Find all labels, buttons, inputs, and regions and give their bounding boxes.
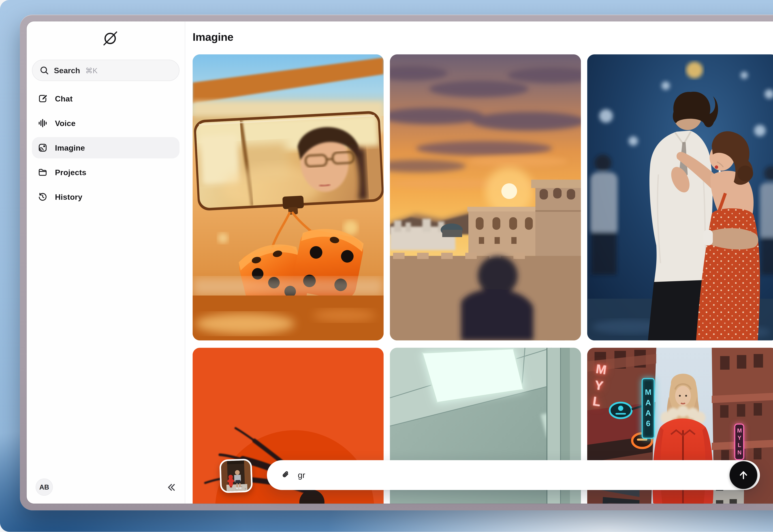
gallery-image-dancing-couple[interactable]	[587, 54, 773, 340]
grok-compass-logo-icon	[36, 30, 185, 46]
desktop: Search ⌘K Chat	[0, 0, 773, 532]
sidebar-item-imagine[interactable]: Imagine	[32, 137, 179, 158]
avatar-initials: AB	[39, 483, 49, 491]
neon-sign-maab: MAA6	[642, 378, 655, 439]
logo[interactable]	[27, 21, 185, 46]
image-gallery: MYL MAA6 MYLN	[192, 54, 773, 504]
chevrons-left-icon	[166, 482, 176, 492]
sidebar-item-label: Chat	[55, 94, 72, 103]
sidebar-item-history[interactable]: History	[32, 186, 179, 208]
gallery-image-desert-sunset[interactable]	[390, 54, 581, 340]
arrow-up-icon	[737, 469, 750, 481]
prompt-bar[interactable]	[267, 460, 760, 490]
search-shortcut: ⌘K	[85, 66, 97, 74]
search-input[interactable]: Search ⌘K	[32, 60, 179, 81]
photo-icon	[38, 143, 48, 153]
sidebar-item-label: Projects	[55, 168, 86, 177]
pencil-square-icon	[38, 94, 48, 103]
sidebar-item-label: History	[55, 192, 82, 201]
prompt-input[interactable]	[298, 470, 760, 480]
sidebar-item-label: Voice	[55, 119, 75, 128]
page-title: Imagine	[185, 21, 773, 43]
gallery-image-rearview-dice[interactable]	[192, 54, 384, 340]
attachment-photo	[221, 460, 251, 492]
attachment-thumbnail[interactable]	[219, 459, 253, 493]
paperclip-icon[interactable]	[281, 470, 291, 480]
gallery-art	[587, 54, 773, 340]
sidebar-item-projects[interactable]: Projects	[32, 162, 179, 183]
sidebar-item-label: Imagine	[55, 143, 85, 152]
main-panel: Imagine	[185, 21, 773, 504]
avatar[interactable]: AB	[36, 478, 53, 496]
gallery-art	[192, 54, 384, 340]
search-label: Search	[54, 66, 80, 75]
sidebar-item-chat[interactable]: Chat	[32, 88, 179, 109]
app-window: Search ⌘K Chat	[20, 15, 773, 510]
folder-icon	[38, 167, 48, 177]
clock-rotate-icon	[38, 192, 48, 202]
collapse-sidebar-button[interactable]	[164, 480, 178, 494]
sidebar: Search ⌘K Chat	[27, 21, 185, 504]
sidebar-footer: AB	[36, 478, 178, 496]
search-icon	[39, 65, 49, 75]
window-content: Search ⌘K Chat	[27, 21, 773, 504]
send-button[interactable]	[730, 461, 757, 489]
sidebar-item-voice[interactable]: Voice	[32, 112, 179, 134]
gallery-art	[390, 54, 581, 340]
neon-sign-myln: MYLN	[734, 424, 744, 460]
waveform-icon	[38, 118, 48, 128]
sidebar-nav: Chat Voice	[32, 88, 179, 208]
